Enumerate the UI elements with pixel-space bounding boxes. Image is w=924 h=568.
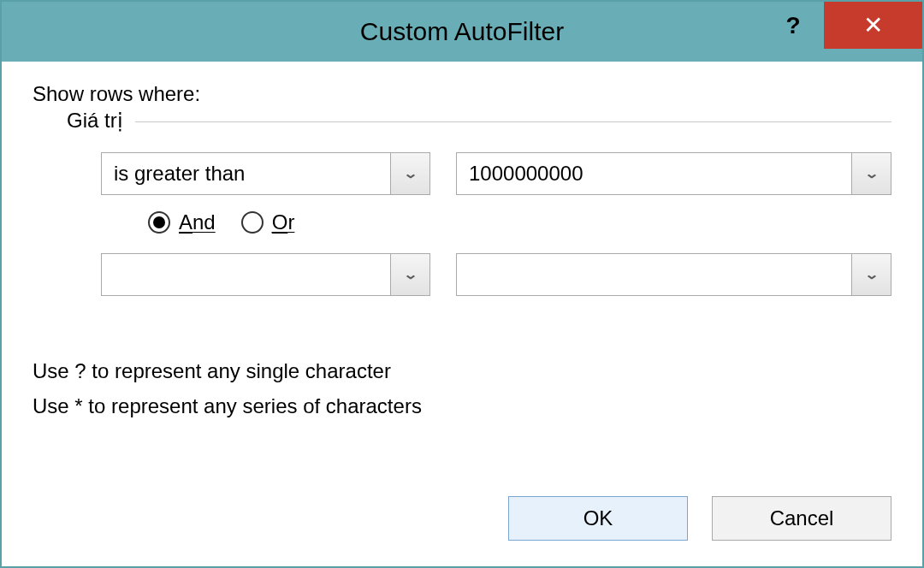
or-radio[interactable]: Or (241, 210, 295, 234)
value-1-combo[interactable]: ⌄ (456, 152, 891, 195)
hints: Use ? to represent any single character … (33, 354, 891, 424)
radio-dot-icon (153, 216, 165, 228)
operator-2-input[interactable] (102, 254, 390, 295)
hint-1: Use ? to represent any single character (33, 354, 891, 389)
fieldset-legend: Giá trị (67, 109, 135, 133)
filter-row-1: ⌄ ⌄ (101, 152, 891, 195)
and-radio[interactable]: And (148, 210, 216, 234)
value-1-dropdown-button[interactable]: ⌄ (851, 153, 891, 194)
chevron-down-icon: ⌄ (864, 166, 880, 181)
help-icon: ? (785, 12, 800, 39)
operator-2-dropdown-button[interactable]: ⌄ (390, 254, 429, 295)
dialog-content: Show rows where: Giá trị ⌄ ⌄ (2, 62, 922, 566)
close-icon: ✕ (863, 11, 883, 39)
value-1-input[interactable] (457, 153, 851, 194)
cancel-button[interactable]: Cancel (712, 496, 891, 541)
logic-radio-row: And Or (148, 210, 891, 234)
custom-autofilter-dialog: Custom AutoFilter ? ✕ Show rows where: G… (0, 0, 924, 568)
dialog-buttons: OK Cancel (33, 496, 891, 541)
titlebar-controls: ? ✕ (762, 2, 922, 49)
value-2-input[interactable] (457, 254, 851, 295)
chevron-down-icon: ⌄ (403, 166, 418, 181)
and-radio-label: And (179, 210, 216, 234)
radio-circle-icon (148, 211, 170, 234)
hint-2: Use * to represent any series of charact… (33, 389, 891, 424)
or-radio-label: Or (272, 210, 295, 234)
filter-fieldset: Giá trị ⌄ ⌄ (67, 121, 891, 311)
close-button[interactable]: ✕ (824, 2, 922, 49)
value-2-combo[interactable]: ⌄ (456, 253, 891, 296)
operator-2-combo[interactable]: ⌄ (101, 253, 430, 296)
ok-button[interactable]: OK (508, 496, 688, 541)
operator-1-combo[interactable]: ⌄ (101, 152, 430, 195)
titlebar: Custom AutoFilter ? ✕ (2, 2, 922, 62)
filter-row-2: ⌄ ⌄ (101, 253, 891, 296)
radio-circle-icon (241, 211, 264, 234)
operator-1-input[interactable] (102, 153, 390, 194)
value-2-dropdown-button[interactable]: ⌄ (851, 254, 891, 295)
chevron-down-icon: ⌄ (864, 267, 880, 282)
show-rows-label: Show rows where: (33, 82, 891, 106)
dialog-title: Custom AutoFilter (360, 17, 564, 46)
help-button[interactable]: ? (762, 2, 824, 49)
operator-1-dropdown-button[interactable]: ⌄ (390, 153, 429, 194)
chevron-down-icon: ⌄ (403, 267, 418, 282)
